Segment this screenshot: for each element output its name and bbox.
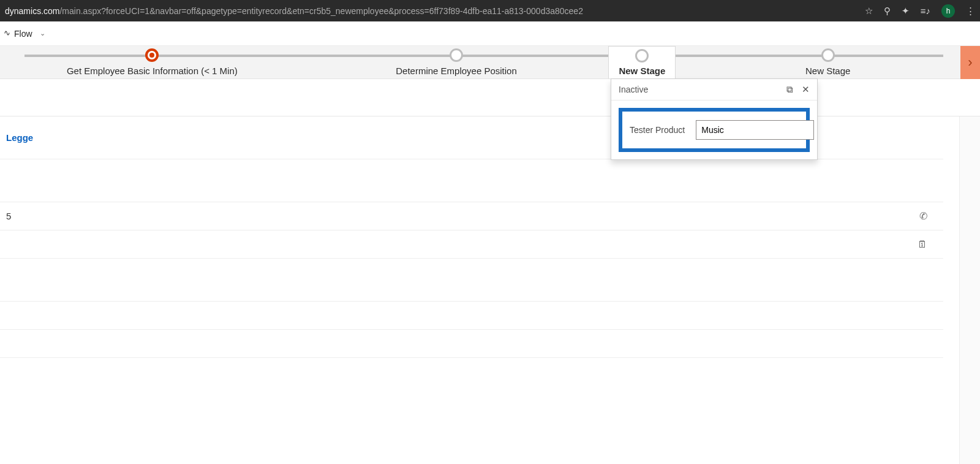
stage-label: New Stage <box>619 66 665 76</box>
tester-product-label: Tester Product <box>630 125 685 135</box>
flow-icon: ∿ <box>4 28 10 37</box>
chevron-right-icon: › <box>968 55 972 70</box>
stage-indicator-icon <box>450 48 463 62</box>
record-link[interactable]: Legge <box>6 132 33 143</box>
stage-label: Determine Employee Position <box>396 66 517 76</box>
form-row-date[interactable]: 🗓 <box>0 230 943 259</box>
stage-determine-employee-position[interactable]: Determine Employee Position <box>304 46 609 78</box>
process-stage-bar: Get Employee Basic Information (< 1 Min)… <box>0 46 980 79</box>
chevron-down-icon: ⌄ <box>40 29 45 37</box>
popout-icon[interactable]: ⧉ <box>786 84 793 95</box>
tester-product-field-highlight: Tester Product <box>619 108 810 152</box>
stage-indicator-icon <box>821 48 835 62</box>
stage-flyout: Inactive ⧉ ✕ Tester Product <box>611 78 818 160</box>
form-area: Legge 5 ✆ 🗓 <box>0 116 980 464</box>
key-icon[interactable]: ⚲ <box>884 6 891 17</box>
browser-action-icons: ☆ ⚲ ✦ ≡♪ h ⋮ <box>865 4 975 18</box>
stage-new-stage-selected[interactable]: New Stage <box>608 46 676 78</box>
form-row-empty-2[interactable] <box>0 259 943 302</box>
form-row-empty-1[interactable] <box>0 159 943 202</box>
flow-button[interactable]: ∿ Flow ⌄ <box>4 29 45 39</box>
field-value: 5 <box>6 211 11 221</box>
flow-label: Flow <box>14 29 32 39</box>
bookmark-star-icon[interactable]: ☆ <box>865 6 873 17</box>
stage-label: Get Employee Basic Information (< 1 Min) <box>67 66 238 76</box>
reading-list-icon[interactable]: ≡♪ <box>921 6 930 16</box>
form-row-empty-4[interactable] <box>0 330 943 358</box>
url-host: dynamics.com <box>5 6 59 16</box>
url-path: /main.aspx?forceUCI=1&navbar=off&pagetyp… <box>59 6 582 16</box>
tester-product-input[interactable] <box>696 120 814 140</box>
form-row-empty-3[interactable] <box>0 302 943 330</box>
command-bar: ∿ Flow ⌄ <box>0 21 980 46</box>
flyout-header: Inactive ⧉ ✕ <box>611 79 817 101</box>
extensions-icon[interactable]: ✦ <box>902 6 910 17</box>
profile-avatar[interactable]: h <box>941 4 955 18</box>
stage-get-employee-basic-information[interactable]: Get Employee Basic Information (< 1 Min) <box>0 46 304 78</box>
flyout-status-label: Inactive <box>619 85 648 94</box>
close-icon[interactable]: ✕ <box>802 84 810 95</box>
scrollbar-gutter[interactable] <box>959 116 980 464</box>
kebab-menu-icon[interactable]: ⋮ <box>966 6 975 17</box>
stage-new-stage-2[interactable]: New Stage <box>676 46 980 78</box>
stage-label: New Stage <box>805 66 850 76</box>
phone-icon[interactable]: ✆ <box>919 210 927 222</box>
url-text: dynamics.com/main.aspx?forceUCI=1&navbar… <box>5 6 858 16</box>
advance-stage-button[interactable]: › <box>960 46 980 79</box>
stage-indicator-icon <box>145 48 159 62</box>
calendar-icon[interactable]: 🗓 <box>918 239 927 250</box>
process-stage-wrap: Get Employee Basic Information (< 1 Min)… <box>0 46 980 79</box>
browser-address-bar: dynamics.com/main.aspx?forceUCI=1&navbar… <box>0 0 980 21</box>
form-row-phone[interactable]: 5 ✆ <box>0 202 943 230</box>
flyout-body: Tester Product <box>611 101 817 159</box>
stage-indicator-icon <box>635 49 649 63</box>
